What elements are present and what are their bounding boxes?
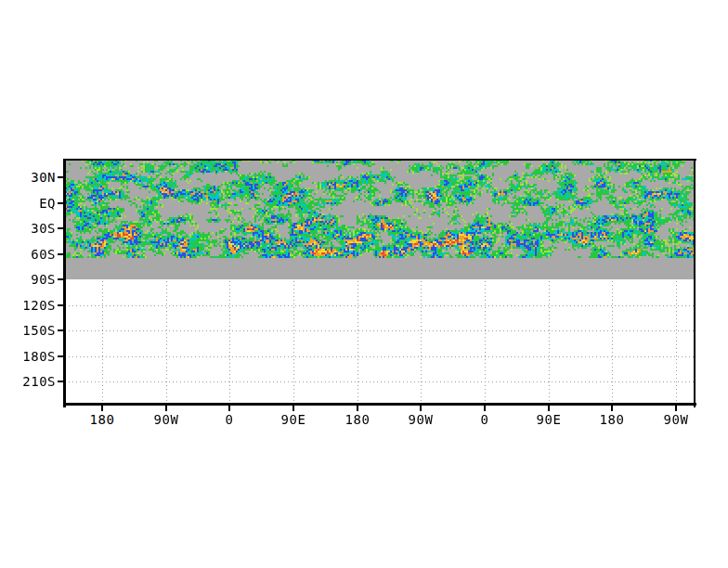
y-axis-tick	[58, 304, 63, 306]
x-tick-label: 180	[74, 412, 130, 427]
x-tick-label: 90W	[393, 412, 448, 427]
vertical-gridline	[612, 281, 613, 403]
x-tick-label: 90E	[521, 412, 577, 427]
x-axis-tick	[101, 406, 103, 411]
x-axis-tick	[675, 406, 677, 411]
plot-area	[65, 160, 695, 404]
x-tick-label: 180	[584, 412, 640, 427]
axis-frame-right	[694, 159, 696, 407]
grads-plot-screen: 30NEQ30S60S90S120S150S180S210S18090W090E…	[0, 0, 728, 568]
y-tick-label: 60S	[13, 247, 56, 262]
vertical-gridline	[421, 281, 422, 403]
y-axis-tick	[58, 227, 63, 229]
x-axis-tick	[357, 406, 358, 411]
y-axis-tick	[58, 202, 63, 204]
vertical-gridline	[166, 281, 167, 403]
y-tick-label: 120S	[13, 298, 56, 313]
horizontal-gridline	[65, 330, 695, 331]
x-axis-tick	[228, 406, 230, 411]
y-axis-tick	[58, 355, 63, 357]
y-axis-tick	[58, 381, 63, 382]
x-axis-tick	[292, 406, 294, 411]
vertical-gridline	[485, 281, 486, 403]
vertical-gridline	[358, 281, 358, 403]
x-axis-tick	[165, 406, 167, 411]
horizontal-gridline	[65, 305, 695, 306]
y-tick-label: EQ	[13, 196, 56, 211]
y-tick-label: 180S	[13, 349, 56, 364]
y-tick-label: 150S	[13, 323, 56, 338]
axis-frame-top	[63, 159, 696, 161]
x-tick-label: 0	[457, 412, 513, 427]
x-tick-label: 0	[202, 412, 257, 427]
x-tick-label: 90W	[138, 412, 194, 427]
y-tick-label: 210S	[13, 374, 56, 389]
vertical-gridline	[229, 281, 230, 403]
x-axis-tick	[420, 406, 422, 411]
axis-frame-left	[63, 159, 66, 407]
y-tick-label: 90S	[13, 272, 56, 287]
y-axis-tick	[58, 253, 63, 255]
y-axis-tick	[58, 278, 63, 280]
x-tick-label: 90W	[648, 412, 704, 427]
x-axis-tick	[548, 406, 550, 411]
x-axis-tick	[484, 406, 486, 411]
gridline-layer	[65, 160, 695, 404]
vertical-gridline	[293, 281, 294, 403]
y-tick-label: 30N	[13, 170, 56, 185]
axis-frame-bottom	[63, 403, 696, 406]
y-axis-tick	[58, 329, 63, 331]
x-tick-label: 180	[330, 412, 385, 427]
y-tick-label: 30S	[13, 221, 56, 236]
vertical-gridline	[676, 281, 677, 403]
y-axis-tick	[58, 176, 63, 178]
horizontal-gridline	[65, 356, 695, 357]
horizontal-gridline	[65, 381, 695, 382]
vertical-gridline	[102, 281, 103, 403]
vertical-gridline	[549, 281, 550, 403]
x-tick-label: 90E	[266, 412, 321, 427]
x-axis-tick	[611, 406, 613, 411]
